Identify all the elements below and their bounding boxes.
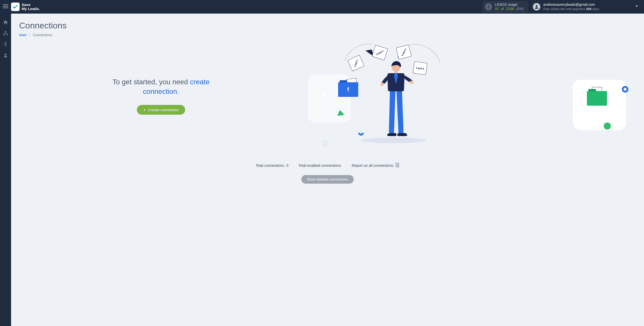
create-button-label: Create connection: [148, 108, 179, 112]
breadcrumb-separator: /: [29, 33, 30, 37]
svg-rect-8: [6, 34, 8, 35]
leads-usage-panel[interactable]: LEADS usage: 97 of 2'000 (5%): [482, 1, 528, 13]
stats-row: Total connections: 0 Total enabled conne…: [19, 163, 636, 168]
sitemap-icon: [3, 31, 8, 37]
plus-icon: +: [143, 108, 146, 112]
sidebar-item-connections[interactable]: [0, 29, 11, 39]
breadcrumb-current: Connections: [33, 33, 52, 37]
svg-rect-11: [394, 71, 397, 73]
svg-point-5: [536, 5, 537, 7]
sidebar: [0, 14, 11, 326]
logo-mark-icon: [11, 3, 20, 11]
breadcrumb: Main / Connections: [19, 33, 636, 37]
svg-rect-4: [488, 7, 489, 9]
menu-toggle-button[interactable]: [0, 0, 11, 14]
dollar-icon: [3, 42, 8, 48]
brand-text: Save My Leads.: [22, 3, 40, 11]
svg-rect-6: [5, 31, 6, 32]
svg-point-3: [488, 5, 489, 6]
show-deleted-button[interactable]: Show deleted connections: [301, 175, 353, 184]
avatar-icon: [533, 3, 540, 11]
sidebar-item-account[interactable]: [0, 51, 11, 61]
facebook-folder-icon: f: [338, 82, 358, 97]
svg-point-9: [5, 54, 7, 55]
usage-text: LEADS usage: 97 of 2'000 (5%): [495, 3, 524, 11]
hamburger-icon: [3, 4, 8, 10]
account-text: andrewsavemyleads@gmail.com Plan |Start|…: [543, 3, 599, 11]
person-illustration-icon: [378, 60, 414, 143]
report-download-button[interactable]: [395, 163, 399, 168]
document-icon: [395, 164, 399, 168]
empty-state-illustration: Lead 1 Lead 2 Lead 3 Lead 4 f: [308, 47, 636, 153]
info-icon: [485, 3, 492, 10]
svg-rect-0: [3, 5, 8, 5]
header-dropdown-toggle[interactable]: [634, 4, 639, 10]
lead-sheet-icon: Lead 4: [413, 61, 427, 75]
create-connection-button[interactable]: + Create connection: [137, 105, 185, 115]
stat-total-connections: Total connections: 0: [256, 163, 288, 168]
svg-rect-7: [4, 34, 5, 35]
sidebar-item-home[interactable]: [0, 18, 11, 28]
svg-rect-1: [3, 6, 8, 7]
stat-enabled-connections: Total enabled connections:: [298, 163, 342, 168]
chevron-down-icon: [634, 4, 639, 10]
page-title: Connections: [19, 21, 636, 30]
topbar: Save My Leads. LEADS usage: 97 of 2'000 …: [0, 0, 644, 14]
brand-logo[interactable]: Save My Leads.: [11, 3, 40, 11]
sidebar-item-billing[interactable]: [0, 40, 11, 50]
svg-rect-2: [3, 8, 8, 8]
empty-state-message: To get started, you need create connecti…: [101, 77, 221, 96]
show-deleted-label: Show deleted connections: [307, 177, 348, 181]
home-icon: [3, 20, 8, 26]
main-content: Connections Main / Connections To get st…: [11, 14, 644, 326]
breadcrumb-main-link[interactable]: Main: [19, 33, 27, 37]
target-folder-icon: [587, 91, 607, 106]
account-menu[interactable]: andrewsavemyleads@gmail.com Plan |Start|…: [533, 3, 599, 11]
user-icon: [3, 53, 8, 59]
stat-report: Report on all connections:: [352, 163, 399, 168]
